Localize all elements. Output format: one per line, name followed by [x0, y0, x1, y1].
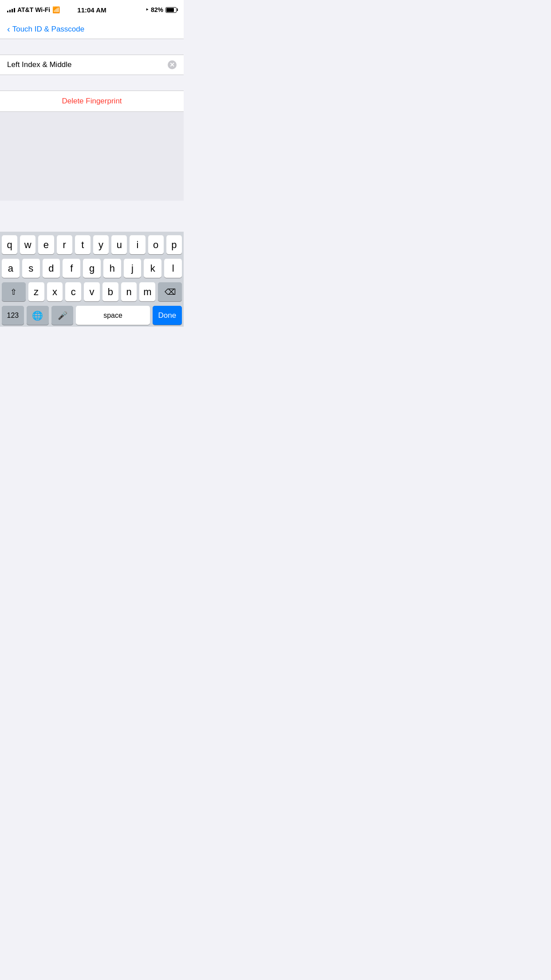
top-spacer	[0, 39, 184, 55]
keyboard-row-1: q w e r t y u i o p	[2, 235, 182, 254]
battery-icon	[165, 7, 177, 13]
key-e[interactable]: e	[38, 235, 54, 254]
keyboard-row-2: a s d f g h j k l	[2, 259, 182, 278]
microphone-key[interactable]: 🎤	[51, 306, 74, 325]
key-d[interactable]: d	[43, 259, 60, 278]
done-key[interactable]: Done	[153, 306, 182, 325]
delete-section: Delete Fingerprint	[0, 91, 184, 112]
key-q[interactable]: q	[2, 235, 17, 254]
carrier-label: AT&T Wi-Fi	[17, 6, 50, 13]
globe-icon: 🌐	[32, 310, 43, 321]
done-label: Done	[158, 311, 176, 320]
key-h[interactable]: h	[103, 259, 121, 278]
key-v[interactable]: v	[84, 282, 100, 301]
key-x[interactable]: x	[47, 282, 63, 301]
key-w[interactable]: w	[20, 235, 35, 254]
key-r[interactable]: r	[57, 235, 72, 254]
fingerprint-name-input[interactable]	[7, 60, 168, 69]
key-z[interactable]: z	[28, 282, 44, 301]
status-left: AT&T Wi-Fi 📶	[7, 6, 60, 13]
key-u[interactable]: u	[111, 235, 127, 254]
back-label: Touch ID & Passcode	[12, 25, 85, 34]
back-chevron-icon: ‹	[7, 24, 10, 33]
battery-percentage: 82%	[151, 6, 163, 13]
fingerprint-name-row: ✕	[0, 55, 184, 75]
backspace-icon: ⌫	[165, 287, 176, 297]
key-n[interactable]: n	[121, 282, 137, 301]
shift-icon: ⇧	[10, 287, 17, 297]
key-o[interactable]: o	[148, 235, 164, 254]
signal-icon	[7, 7, 15, 12]
keyboard-row-4: 123 🌐 🎤 space Done	[2, 306, 182, 325]
status-bar: AT&T Wi-Fi 📶 11:04 AM ‣ 82%	[0, 0, 184, 20]
key-a[interactable]: a	[2, 259, 20, 278]
key-b[interactable]: b	[102, 282, 118, 301]
nav-bar: ‹ Touch ID & Passcode	[0, 20, 184, 39]
numbers-label: 123	[7, 312, 19, 320]
microphone-icon: 🎤	[58, 311, 67, 320]
key-y[interactable]: y	[93, 235, 109, 254]
content-area	[0, 112, 184, 201]
key-c[interactable]: c	[65, 282, 81, 301]
key-k[interactable]: k	[144, 259, 161, 278]
space-label: space	[103, 312, 122, 320]
delete-fingerprint-button[interactable]: Delete Fingerprint	[0, 91, 184, 111]
key-s[interactable]: s	[22, 259, 40, 278]
numbers-key[interactable]: 123	[2, 306, 24, 325]
space-key[interactable]: space	[76, 306, 150, 325]
clock: 11:04 AM	[77, 6, 106, 14]
key-p[interactable]: p	[166, 235, 182, 254]
status-right: ‣ 82%	[146, 6, 177, 13]
back-button[interactable]: ‹ Touch ID & Passcode	[7, 25, 84, 34]
shift-key[interactable]: ⇧	[2, 282, 26, 301]
keyboard-row-3: ⇧ z x c v b n m ⌫	[2, 282, 182, 301]
key-m[interactable]: m	[139, 282, 155, 301]
key-l[interactable]: l	[164, 259, 182, 278]
key-i[interactable]: i	[130, 235, 145, 254]
backspace-key[interactable]: ⌫	[158, 282, 182, 301]
key-t[interactable]: t	[75, 235, 91, 254]
key-g[interactable]: g	[83, 259, 101, 278]
close-icon: ✕	[169, 62, 175, 68]
globe-key[interactable]: 🌐	[27, 306, 49, 325]
clear-input-button[interactable]: ✕	[168, 60, 177, 69]
middle-spacer	[0, 75, 184, 91]
key-j[interactable]: j	[124, 259, 142, 278]
key-f[interactable]: f	[63, 259, 80, 278]
wifi-icon: 📶	[52, 6, 60, 13]
keyboard: q w e r t y u i o p a s d f g h j k l ⇧ …	[0, 232, 184, 327]
location-icon: ‣	[146, 7, 149, 13]
input-section: ✕	[0, 55, 184, 75]
